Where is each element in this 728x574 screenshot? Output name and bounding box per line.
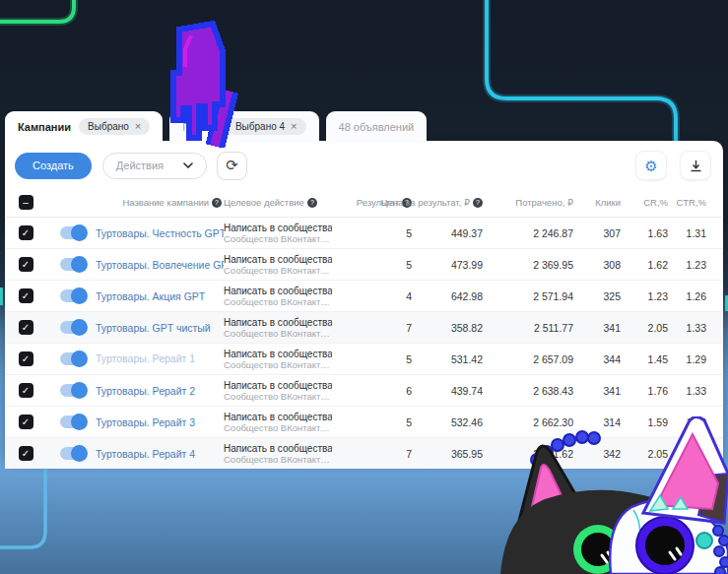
- row-checkbox-cell[interactable]: ✓: [5, 320, 46, 335]
- campaign-toggle-switch[interactable]: [60, 384, 87, 397]
- column-header: Название кампании?: [96, 197, 224, 208]
- campaign-name-link[interactable]: Туртовары. Вовлечение GPT: [96, 259, 224, 271]
- campaign-name-link[interactable]: Туртовары. GPT чистый: [96, 322, 224, 334]
- campaign-name-link[interactable]: Туртовары. Рерайт 4: [96, 448, 224, 460]
- clicks-cell: 325: [575, 290, 623, 302]
- toggle-knob: [71, 382, 88, 399]
- row-checkbox[interactable]: ✓: [19, 225, 33, 240]
- target-action-cell: Написать в сообщества Сообщество ВКонтак…: [224, 349, 332, 370]
- campaign-name-link[interactable]: Туртовары. Рерайт 1: [96, 352, 224, 364]
- row-checkbox[interactable]: ✓: [19, 288, 33, 303]
- toggle-knob: [71, 445, 88, 462]
- select-all-checkbox[interactable]: –: [19, 195, 33, 210]
- create-button[interactable]: Создать: [15, 153, 92, 179]
- row-toggle-cell: [46, 447, 96, 460]
- ctr-cell: 1.23: [670, 259, 708, 271]
- settings-button[interactable]: ⚙: [635, 151, 667, 180]
- table-row[interactable]: ✓ Туртовары. Рерайт 2 Написать в сообщес…: [5, 375, 723, 407]
- toggle-knob: [71, 414, 88, 430]
- target-action-cell: Написать в сообщества Сообщество ВКонтак…: [224, 223, 332, 244]
- campaign-name-cell: Туртовары. Акция GPT: [96, 290, 224, 302]
- badge-label: Выбрано: [88, 121, 129, 132]
- cost-per-result-cell: 473.99: [414, 259, 485, 271]
- help-icon[interactable]: ?: [473, 198, 483, 208]
- campaign-toggle-switch[interactable]: [60, 447, 87, 460]
- tab-ads[interactable]: 48 объявлений: [326, 111, 428, 142]
- campaign-name-cell: Туртовары. Честность GPT: [96, 227, 224, 239]
- row-checkbox-cell[interactable]: ✓: [5, 383, 46, 398]
- row-toggle-cell: [46, 384, 96, 397]
- help-icon[interactable]: ?: [307, 198, 317, 208]
- help-icon[interactable]: ?: [212, 198, 222, 208]
- campaign-toggle-switch[interactable]: [60, 352, 87, 365]
- close-icon[interactable]: ×: [291, 121, 297, 132]
- target-action-line2: Сообщество ВКонтакт…: [224, 454, 332, 465]
- row-checkbox-cell[interactable]: ✓: [5, 288, 46, 303]
- tab-ads-label: 48 объявлений: [339, 121, 415, 133]
- actions-dropdown-label: Действия: [116, 159, 164, 171]
- campaign-toggle-switch[interactable]: [60, 226, 87, 239]
- campaign-name-link[interactable]: Туртовары. Акция GPT: [96, 290, 224, 302]
- column-header: Целевое действие?: [224, 197, 332, 208]
- row-checkbox[interactable]: ✓: [19, 257, 33, 272]
- campaign-name-link[interactable]: Туртовары. Рерайт 2: [96, 385, 224, 397]
- table-row[interactable]: ✓ Туртовары. GPT чистый Написать в сообщ…: [5, 312, 723, 344]
- cost-per-result-cell: 365.95: [414, 448, 485, 460]
- target-action-line1: Написать в сообщества: [224, 412, 332, 422]
- cost-per-result-cell: 358.82: [414, 322, 485, 334]
- column-header: Клики: [575, 197, 623, 208]
- campaign-toggle-switch[interactable]: [60, 321, 87, 334]
- tab-campaigns[interactable]: Кампании Выбрано ×: [5, 111, 163, 142]
- cr-cell: 1.45: [623, 353, 670, 365]
- toggle-knob: [71, 224, 88, 241]
- row-checkbox[interactable]: ✓: [19, 446, 33, 461]
- campaign-name-cell: Туртовары. Рерайт 1: [96, 352, 224, 364]
- result-cell: 5: [332, 259, 414, 271]
- target-action-cell: Написать в сообщества Сообщество ВКонтак…: [224, 380, 332, 402]
- row-checkbox[interactable]: ✓: [19, 351, 33, 366]
- row-checkbox[interactable]: ✓: [19, 320, 33, 335]
- table-row[interactable]: ✓ Туртовары. Рерайт 1 Написать в сообщес…: [5, 344, 723, 375]
- campaign-name-link[interactable]: Туртовары. Рерайт 3: [96, 416, 224, 428]
- row-checkbox-cell[interactable]: ✓: [5, 446, 46, 461]
- clicks-cell: 307: [575, 227, 623, 239]
- target-action-line1: Написать в сообщества: [224, 317, 332, 328]
- pixel-hand-cursor: [146, 18, 254, 148]
- campaign-name-cell: Туртовары. Вовлечение GPT: [96, 259, 224, 271]
- table-row[interactable]: ✓ Туртовары. Вовлечение GPT Написать в с…: [5, 249, 723, 281]
- table-row[interactable]: ✓ Туртовары. Акция GPT Написать в сообще…: [5, 281, 723, 312]
- row-checkbox-cell[interactable]: ✓: [5, 415, 46, 429]
- cost-per-result-cell: 439.74: [414, 385, 485, 397]
- table-row[interactable]: ✓ Туртовары. Честность GPT Написать в со…: [5, 218, 723, 249]
- toggle-knob: [71, 256, 88, 273]
- toggle-knob: [71, 287, 88, 304]
- clicks-cell: 308: [575, 259, 623, 271]
- result-cell: 4: [332, 290, 414, 302]
- header-checkbox-cell[interactable]: –: [5, 195, 46, 210]
- row-checkbox-cell[interactable]: ✓: [5, 257, 46, 272]
- row-checkbox-cell[interactable]: ✓: [5, 351, 46, 366]
- row-checkbox[interactable]: ✓: [19, 415, 33, 429]
- ctr-cell: 1.31: [670, 227, 708, 239]
- row-checkbox-cell[interactable]: ✓: [5, 225, 46, 240]
- refresh-button[interactable]: ⟳: [217, 152, 247, 180]
- close-icon[interactable]: ×: [135, 121, 141, 132]
- cr-cell: 1.63: [623, 227, 670, 239]
- export-button[interactable]: [680, 151, 711, 180]
- campaign-toggle-switch[interactable]: [60, 258, 87, 271]
- campaign-toggle-switch[interactable]: [60, 289, 87, 302]
- campaign-toggle-switch[interactable]: [60, 415, 87, 428]
- tab-campaigns-selected-badge[interactable]: Выбрано ×: [79, 118, 150, 135]
- target-action-line1: Написать в сообщества: [224, 223, 332, 233]
- actions-dropdown[interactable]: Действия: [102, 153, 207, 179]
- row-toggle-cell: [46, 289, 96, 302]
- row-checkbox[interactable]: ✓: [19, 383, 33, 398]
- target-action-cell: Написать в сообщества Сообщество ВКонтак…: [224, 286, 332, 307]
- row-toggle-cell: [46, 415, 96, 428]
- campaign-name-link[interactable]: Туртовары. Честность GPT: [96, 227, 224, 239]
- campaign-name-cell: Туртовары. Рерайт 3: [96, 416, 224, 428]
- result-cell: 5: [332, 353, 414, 365]
- cost-per-result-cell: 449.37: [414, 227, 485, 239]
- cr-cell: 1.62: [623, 259, 670, 271]
- row-toggle-cell: [46, 352, 96, 365]
